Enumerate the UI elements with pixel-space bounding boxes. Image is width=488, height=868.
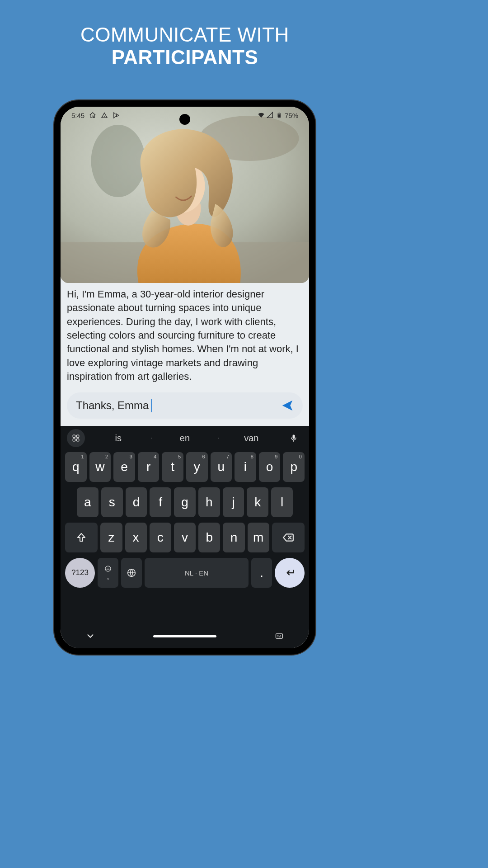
svg-rect-13	[77, 439, 79, 441]
status-time: 5:45	[71, 112, 84, 119]
key-q[interactable]: q1	[65, 452, 87, 482]
backspace-key[interactable]	[272, 523, 305, 552]
nav-chevron-down-icon[interactable]	[81, 631, 99, 641]
key-o[interactable]: o9	[259, 452, 281, 482]
text-cursor	[151, 399, 152, 412]
key-d[interactable]: d	[126, 487, 147, 517]
home-icon	[89, 112, 96, 119]
promo-line-2: PARTICIPANTS	[112, 46, 258, 68]
battery-percent: 75%	[285, 112, 298, 119]
key-c[interactable]: c	[150, 523, 171, 552]
wifi-icon	[258, 112, 265, 119]
signal-icon	[267, 112, 274, 119]
svg-point-22	[280, 635, 281, 636]
suggestion-1[interactable]: is	[85, 433, 151, 443]
status-left: 5:45	[71, 112, 120, 119]
promo-line-1: COMMUNICATE WITH	[80, 24, 289, 46]
key-t[interactable]: t5	[162, 452, 183, 482]
svg-point-15	[105, 566, 111, 571]
svg-rect-10	[73, 435, 75, 437]
message-input[interactable]: Thanks, Emma	[76, 399, 279, 412]
key-e[interactable]: e3	[113, 452, 135, 482]
key-s[interactable]: s	[101, 487, 123, 517]
svg-rect-11	[77, 435, 79, 437]
phone-frame: 5:45	[53, 99, 316, 656]
camera-notch	[179, 114, 190, 125]
system-nav-bar	[61, 624, 309, 648]
key-l[interactable]: l	[271, 487, 293, 517]
triangle-icon	[101, 112, 108, 119]
profile-photo	[61, 107, 309, 283]
profile-bio: Hi, I'm Emma, a 30-year-old interior des…	[67, 288, 303, 384]
play-icon	[113, 112, 120, 119]
key-u[interactable]: u7	[211, 452, 232, 482]
emoji-key[interactable]: ,	[98, 558, 118, 588]
key-b[interactable]: b	[198, 523, 220, 552]
key-n[interactable]: n	[223, 523, 244, 552]
period-key[interactable]: .	[251, 558, 272, 588]
shift-key[interactable]	[65, 523, 98, 552]
keyboard-suggestion-bar: is en van	[61, 426, 309, 450]
message-input-container: Thanks, Emma	[67, 392, 303, 419]
svg-point-20	[277, 635, 278, 636]
space-key[interactable]: NL · EN	[145, 558, 249, 588]
key-k[interactable]: k	[247, 487, 268, 517]
key-y[interactable]: y6	[186, 452, 208, 482]
suggestion-2[interactable]: en	[151, 433, 218, 443]
keyboard-rows: q1w2e3r4t5y6u7i8o9p0 asdfghjkl zxcvbnm ?…	[61, 450, 309, 624]
key-p[interactable]: p0	[283, 452, 305, 482]
mic-icon[interactable]	[285, 434, 303, 443]
suggestion-3[interactable]: van	[218, 433, 285, 443]
svg-rect-14	[292, 435, 295, 439]
key-z[interactable]: z	[100, 523, 122, 552]
svg-point-17	[108, 568, 109, 569]
key-v[interactable]: v	[174, 523, 196, 552]
nav-keyboard-switch-icon[interactable]	[270, 632, 288, 641]
promo-title: COMMUNICATE WITH PARTICIPANTS	[0, 24, 370, 69]
key-a[interactable]: a	[77, 487, 99, 517]
key-g[interactable]: g	[174, 487, 196, 517]
nav-home-pill[interactable]	[153, 635, 216, 637]
svg-rect-24	[278, 637, 281, 637]
keyboard: is en van q1w2e3r4t5y6u7i8o9p0 asdfghjkl…	[61, 426, 309, 648]
battery-icon	[276, 112, 283, 119]
keyboard-row-1: q1w2e3r4t5y6u7i8o9p0	[65, 452, 305, 482]
svg-point-5	[91, 125, 145, 197]
svg-point-23	[277, 637, 278, 637]
enter-key[interactable]	[275, 558, 305, 588]
svg-point-21	[278, 635, 279, 636]
svg-rect-3	[278, 113, 280, 113]
keyboard-apps-icon[interactable]	[67, 429, 85, 447]
keyboard-row-4: ?123 , NL · EN .	[65, 558, 305, 588]
language-key[interactable]	[121, 558, 142, 588]
phone-screen: 5:45	[61, 107, 309, 648]
keyboard-row-2: asdfghjkl	[65, 487, 305, 517]
send-button[interactable]	[279, 397, 296, 414]
key-i[interactable]: i8	[235, 452, 256, 482]
key-j[interactable]: j	[223, 487, 244, 517]
svg-point-0	[104, 116, 105, 117]
key-f[interactable]: f	[150, 487, 171, 517]
key-r[interactable]: r4	[138, 452, 160, 482]
key-x[interactable]: x	[125, 523, 147, 552]
status-right: 75%	[258, 112, 298, 119]
svg-rect-2	[278, 114, 280, 118]
key-h[interactable]: h	[198, 487, 220, 517]
svg-point-16	[107, 568, 108, 569]
message-input-value: Thanks, Emma	[76, 399, 149, 412]
keyboard-row-3: zxcvbnm	[65, 523, 305, 552]
svg-rect-12	[73, 439, 75, 441]
key-w[interactable]: w2	[89, 452, 111, 482]
key-m[interactable]: m	[248, 523, 269, 552]
symbols-key[interactable]: ?123	[65, 558, 95, 588]
svg-rect-19	[276, 634, 283, 638]
